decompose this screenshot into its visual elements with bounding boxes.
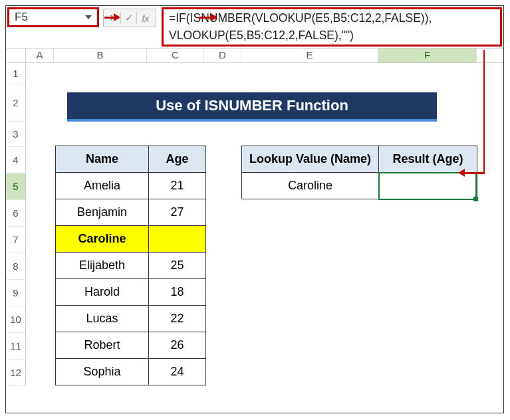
- formula-text: =IF(ISNUMBER(VLOOKUP(E5,B5:C12,2,FALSE))…: [169, 10, 495, 44]
- data-table: Name Age Amelia21Benjamin27CarolineElija…: [55, 146, 206, 385]
- column-header[interactable]: C: [147, 49, 204, 62]
- table-row: Caroline: [56, 226, 206, 253]
- age-cell[interactable]: 22: [149, 306, 206, 332]
- table-row: Benjamin27: [56, 199, 206, 226]
- cells-area[interactable]: Use of ISNUMBER Function Name Age Amelia…: [26, 63, 503, 386]
- age-cell[interactable]: [149, 226, 206, 253]
- row-header[interactable]: 12: [6, 360, 25, 386]
- callout-arrow-icon: [483, 50, 485, 173]
- name-cell[interactable]: Benjamin: [56, 199, 149, 226]
- column-header[interactable]: B: [54, 49, 147, 62]
- column-header[interactable]: D: [204, 49, 241, 62]
- age-cell[interactable]: 26: [149, 332, 206, 359]
- name-cell[interactable]: Lucas: [56, 306, 149, 332]
- page-title: Use of ISNUMBER Function: [67, 92, 437, 122]
- name-box[interactable]: F5: [7, 7, 99, 27]
- age-cell[interactable]: 21: [149, 173, 206, 199]
- excel-window: F5 ✕ ✓ fx =IF(ISNUMBER(VLOOKUP(E5,B5:C12…: [5, 5, 504, 413]
- table-header-row: Lookup Value (Name) Result (Age): [242, 146, 477, 173]
- row-header[interactable]: 7: [6, 227, 25, 253]
- row-header[interactable]: 9: [6, 280, 25, 306]
- header-age: Age: [149, 146, 206, 173]
- name-cell[interactable]: Robert: [56, 332, 149, 359]
- name-cell[interactable]: Caroline: [56, 226, 149, 253]
- row-header[interactable]: 10: [6, 306, 25, 333]
- age-cell[interactable]: 18: [149, 279, 206, 306]
- callout-arrow-icon: [465, 172, 485, 174]
- column-headers: ABCDEF: [6, 49, 503, 63]
- row-header[interactable]: 5: [6, 173, 25, 200]
- header-lookup-value: Lookup Value (Name): [242, 146, 379, 173]
- callout-arrow-icon: [104, 17, 119, 19]
- row-headers: 123456789101112: [6, 63, 26, 386]
- table-row: Elijabeth25: [56, 253, 206, 279]
- name-cell[interactable]: Amelia: [56, 173, 149, 199]
- fx-icon[interactable]: fx: [138, 13, 153, 24]
- row-header[interactable]: 11: [6, 333, 25, 360]
- table-row: Harold18: [56, 279, 206, 306]
- column-header[interactable]: A: [26, 49, 54, 62]
- callout-arrow-icon: [199, 17, 216, 19]
- table-row: Sophia24: [56, 359, 206, 385]
- row-header[interactable]: 4: [6, 147, 25, 173]
- lookup-table: Lookup Value (Name) Result (Age) Carolin…: [241, 146, 477, 199]
- row-header[interactable]: 3: [6, 122, 25, 147]
- row-header[interactable]: 2: [6, 84, 25, 122]
- row-header[interactable]: 8: [6, 253, 25, 280]
- table-row: Caroline: [242, 173, 477, 199]
- table-row: Lucas22: [56, 306, 206, 332]
- row-header[interactable]: 6: [6, 200, 25, 227]
- name-cell[interactable]: Harold: [56, 279, 149, 306]
- name-cell[interactable]: Sophia: [56, 359, 149, 385]
- age-cell[interactable]: 25: [149, 253, 206, 279]
- table-row: Amelia21: [56, 173, 206, 199]
- column-header[interactable]: F: [378, 49, 477, 62]
- age-cell[interactable]: 24: [149, 359, 206, 385]
- chevron-down-icon[interactable]: [85, 15, 92, 19]
- select-all-corner[interactable]: [6, 49, 26, 62]
- age-cell[interactable]: 27: [149, 199, 206, 226]
- table-row: Robert26: [56, 332, 206, 359]
- table-header-row: Name Age: [56, 146, 206, 173]
- header-name: Name: [56, 146, 149, 173]
- row-header[interactable]: 1: [6, 63, 25, 84]
- name-box-value: F5: [15, 11, 28, 24]
- formula-bar-row: F5 ✕ ✓ fx =IF(ISNUMBER(VLOOKUP(E5,B5:C12…: [6, 6, 503, 49]
- column-header[interactable]: E: [241, 49, 378, 62]
- grid-body: 123456789101112 Use of ISNUMBER Function…: [6, 63, 503, 386]
- check-icon[interactable]: ✓: [122, 12, 137, 24]
- name-cell[interactable]: Elijabeth: [56, 253, 149, 279]
- lookup-value-cell[interactable]: Caroline: [242, 173, 379, 199]
